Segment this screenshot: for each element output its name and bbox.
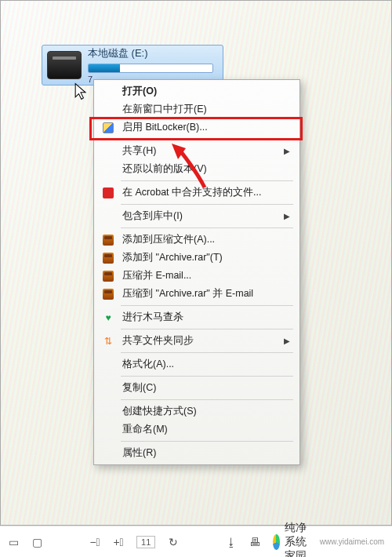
menu-compress-email-label: 压缩并 E-mail...: [122, 269, 191, 282]
chevron-right-icon: ▶: [284, 337, 290, 345]
chevron-right-icon: ▶: [284, 212, 290, 220]
menu-separator: [121, 352, 293, 353]
drive-label: 本地磁盘 (E:): [88, 46, 218, 60]
zoom-out-button[interactable]: −⃝: [89, 534, 100, 550]
menu-open-new-window-label: 在新窗口中打开(E): [122, 103, 207, 116]
branding: 纯净系统家园 www.yidaimei.com: [273, 521, 384, 558]
menu-open-new-window[interactable]: 在新窗口中打开(E): [96, 100, 298, 118]
rar-icon: [102, 288, 114, 300]
pdf-icon: [102, 187, 114, 199]
drive-usage-bar: [88, 64, 213, 73]
menu-include-library-label: 包含到库中(I): [122, 209, 183, 223]
desktop-area: 本地磁盘 (E:) 7 打开(O) 在新窗口中打开(E) 启用 BitLocke…: [0, 0, 392, 526]
menu-compress-rar-email[interactable]: 压缩到 "Archive.rar" 并 E-mail: [96, 285, 298, 303]
menu-separator: [121, 228, 293, 228]
menu-share[interactable]: 共享(H)▶: [96, 142, 298, 160]
menu-enable-bitlocker[interactable]: 启用 BitLocker(B)...: [96, 118, 298, 137]
menu-create-shortcut-label: 创建快捷方式(S): [122, 405, 197, 418]
brand-url: www.yidaimei.com: [320, 537, 384, 546]
actual-size-button[interactable]: ▭: [8, 534, 19, 550]
menu-restore-versions[interactable]: 还原以前的版本(V): [96, 160, 298, 178]
hard-drive-icon: [47, 51, 82, 79]
menu-open[interactable]: 打开(O): [96, 82, 298, 100]
menu-format[interactable]: 格式化(A)...: [96, 355, 298, 373]
brand-name: 纯净系统家园: [285, 521, 312, 558]
zoom-in-button[interactable]: +⃝: [113, 534, 124, 550]
menu-folder-sync-label: 共享文件夹同步: [122, 334, 194, 348]
rotate-button[interactable]: ↻: [168, 534, 179, 550]
menu-include-library[interactable]: 包含到库中(I)▶: [96, 207, 298, 225]
menu-trojan-scan-label: 进行木马查杀: [122, 311, 183, 324]
menu-properties[interactable]: 属性(R): [96, 444, 298, 462]
brand-logo-icon: [273, 534, 279, 550]
menu-copy[interactable]: 复制(C): [96, 379, 298, 397]
menu-open-label: 打开(O): [122, 85, 157, 98]
print-button[interactable]: 🖶: [249, 534, 260, 550]
menu-separator: [121, 376, 293, 377]
menu-trojan-scan[interactable]: ♥ 进行木马查杀: [96, 308, 298, 326]
rar-icon: [102, 270, 114, 282]
page-indicator[interactable]: 11: [136, 536, 155, 548]
green-shield-icon: ♥: [102, 311, 114, 324]
menu-separator: [121, 305, 293, 306]
rar-icon: [102, 252, 114, 264]
menu-separator: [121, 180, 293, 181]
menu-rename[interactable]: 重命名(M): [96, 420, 298, 439]
sync-icon: ⇅: [102, 335, 114, 348]
fit-screen-button[interactable]: ▢: [31, 534, 42, 550]
menu-acrobat[interactable]: 在 Acrobat 中合并支持的文件...: [96, 184, 298, 202]
menu-compress-rar-email-label: 压缩到 "Archive.rar" 并 E-mail: [122, 287, 253, 300]
menu-folder-sync[interactable]: ⇅ 共享文件夹同步 ▶: [96, 332, 298, 350]
menu-add-to-archive[interactable]: 添加到压缩文件(A)...: [96, 231, 298, 249]
menu-rename-label: 重命名(M): [122, 423, 168, 436]
menu-enable-bitlocker-label: 启用 BitLocker(B)...: [122, 121, 208, 134]
menu-separator: [121, 399, 293, 400]
menu-format-label: 格式化(A)...: [122, 358, 174, 371]
menu-separator: [121, 329, 293, 329]
menu-create-shortcut[interactable]: 创建快捷方式(S): [96, 402, 298, 420]
shield-icon: [102, 122, 114, 134]
context-menu: 打开(O) 在新窗口中打开(E) 启用 BitLocker(B)... 共享(H…: [93, 79, 300, 465]
menu-properties-label: 属性(R): [122, 446, 156, 460]
menu-add-to-archive-rar-label: 添加到 "Archive.rar"(T): [122, 251, 223, 264]
menu-acrobat-label: 在 Acrobat 中合并支持的文件...: [122, 186, 261, 199]
menu-add-to-archive-label: 添加到压缩文件(A)...: [122, 233, 215, 246]
menu-separator: [121, 204, 293, 205]
menu-separator: [121, 441, 293, 442]
menu-copy-label: 复制(C): [122, 381, 156, 395]
download-button[interactable]: ⭳: [226, 534, 237, 550]
viewer-toolbar: ▭ ▢ −⃝ +⃝ 11 ↻ ⭳ 🖶 纯净系统家园 www.yidaimei.c…: [0, 526, 392, 557]
menu-share-label: 共享(H): [122, 144, 156, 158]
menu-restore-versions-label: 还原以前的版本(V): [122, 162, 207, 176]
chevron-right-icon: ▶: [284, 147, 290, 155]
drive-info: 本地磁盘 (E:) 7: [88, 46, 218, 84]
menu-compress-email[interactable]: 压缩并 E-mail...: [96, 267, 298, 285]
menu-separator: [121, 139, 293, 140]
drive-usage-fill: [89, 64, 120, 72]
rar-icon: [102, 234, 114, 246]
menu-add-to-archive-rar[interactable]: 添加到 "Archive.rar"(T): [96, 249, 298, 267]
